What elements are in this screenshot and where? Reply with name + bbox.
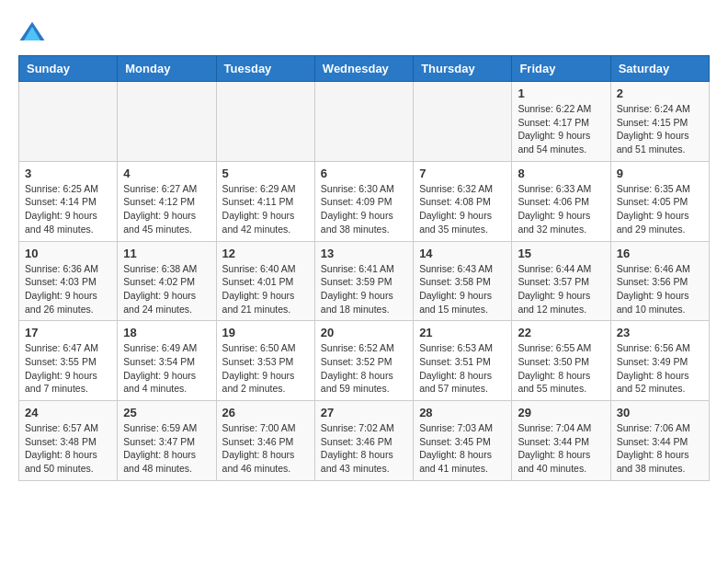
weekday-header-sunday: Sunday bbox=[19, 56, 118, 82]
day-number: 26 bbox=[222, 406, 309, 419]
header bbox=[18, 18, 710, 46]
calendar-cell: 1Sunrise: 6:22 AM Sunset: 4:17 PM Daylig… bbox=[512, 82, 610, 162]
logo bbox=[18, 18, 50, 46]
calendar-week-row: 17Sunrise: 6:47 AM Sunset: 3:55 PM Dayli… bbox=[19, 321, 710, 401]
weekday-header-saturday: Saturday bbox=[610, 56, 709, 82]
day-number: 28 bbox=[419, 406, 506, 419]
calendar-cell: 9Sunrise: 6:35 AM Sunset: 4:05 PM Daylig… bbox=[610, 161, 709, 241]
day-number: 22 bbox=[518, 326, 604, 339]
day-number: 11 bbox=[123, 247, 210, 260]
calendar-week-row: 24Sunrise: 6:57 AM Sunset: 3:48 PM Dayli… bbox=[19, 401, 710, 481]
day-number: 14 bbox=[419, 247, 506, 260]
day-info: Sunrise: 6:24 AM Sunset: 4:15 PM Dayligh… bbox=[617, 102, 703, 156]
day-info: Sunrise: 6:47 AM Sunset: 3:55 PM Dayligh… bbox=[25, 341, 111, 396]
calendar-cell: 24Sunrise: 6:57 AM Sunset: 3:48 PM Dayli… bbox=[19, 401, 118, 481]
day-number: 10 bbox=[25, 247, 111, 260]
day-number: 4 bbox=[123, 167, 210, 180]
day-info: Sunrise: 6:38 AM Sunset: 4:02 PM Dayligh… bbox=[123, 262, 210, 316]
calendar-week-row: 3Sunrise: 6:25 AM Sunset: 4:14 PM Daylig… bbox=[19, 161, 710, 241]
day-info: Sunrise: 6:53 AM Sunset: 3:51 PM Dayligh… bbox=[419, 341, 506, 396]
day-info: Sunrise: 6:27 AM Sunset: 4:12 PM Dayligh… bbox=[123, 182, 210, 236]
day-number: 19 bbox=[222, 326, 309, 339]
day-info: Sunrise: 6:41 AM Sunset: 3:59 PM Dayligh… bbox=[321, 262, 407, 316]
calendar-cell: 11Sunrise: 6:38 AM Sunset: 4:02 PM Dayli… bbox=[118, 241, 216, 321]
calendar-cell: 4Sunrise: 6:27 AM Sunset: 4:12 PM Daylig… bbox=[118, 161, 216, 241]
weekday-header-tuesday: Tuesday bbox=[216, 56, 314, 82]
calendar-cell: 29Sunrise: 7:04 AM Sunset: 3:44 PM Dayli… bbox=[512, 401, 610, 481]
calendar-table: SundayMondayTuesdayWednesdayThursdayFrid… bbox=[18, 55, 710, 481]
day-info: Sunrise: 6:49 AM Sunset: 3:54 PM Dayligh… bbox=[123, 341, 210, 396]
calendar-cell: 5Sunrise: 6:29 AM Sunset: 4:11 PM Daylig… bbox=[216, 161, 314, 241]
day-number: 18 bbox=[123, 326, 210, 339]
day-number: 7 bbox=[419, 167, 506, 180]
calendar-cell: 27Sunrise: 7:02 AM Sunset: 3:46 PM Dayli… bbox=[314, 401, 413, 481]
day-number: 23 bbox=[617, 326, 703, 339]
calendar-cell: 23Sunrise: 6:56 AM Sunset: 3:49 PM Dayli… bbox=[610, 321, 709, 401]
calendar-cell bbox=[19, 82, 118, 162]
day-number: 20 bbox=[321, 326, 407, 339]
calendar-cell: 8Sunrise: 6:33 AM Sunset: 4:06 PM Daylig… bbox=[512, 161, 610, 241]
calendar-cell bbox=[118, 82, 216, 162]
calendar-cell: 17Sunrise: 6:47 AM Sunset: 3:55 PM Dayli… bbox=[19, 321, 118, 401]
day-info: Sunrise: 7:03 AM Sunset: 3:45 PM Dayligh… bbox=[419, 421, 506, 476]
calendar-cell: 15Sunrise: 6:44 AM Sunset: 3:57 PM Dayli… bbox=[512, 241, 610, 321]
day-number: 6 bbox=[321, 167, 407, 180]
day-info: Sunrise: 6:56 AM Sunset: 3:49 PM Dayligh… bbox=[617, 341, 703, 396]
day-info: Sunrise: 6:59 AM Sunset: 3:47 PM Dayligh… bbox=[123, 421, 210, 476]
day-info: Sunrise: 6:33 AM Sunset: 4:06 PM Dayligh… bbox=[518, 182, 604, 236]
calendar-cell: 3Sunrise: 6:25 AM Sunset: 4:14 PM Daylig… bbox=[19, 161, 118, 241]
day-info: Sunrise: 6:57 AM Sunset: 3:48 PM Dayligh… bbox=[25, 421, 111, 476]
calendar-body: 1Sunrise: 6:22 AM Sunset: 4:17 PM Daylig… bbox=[19, 82, 710, 481]
calendar-cell: 22Sunrise: 6:55 AM Sunset: 3:50 PM Dayli… bbox=[512, 321, 610, 401]
calendar-cell: 10Sunrise: 6:36 AM Sunset: 4:03 PM Dayli… bbox=[19, 241, 118, 321]
day-info: Sunrise: 6:32 AM Sunset: 4:08 PM Dayligh… bbox=[419, 182, 506, 236]
calendar-cell: 20Sunrise: 6:52 AM Sunset: 3:52 PM Dayli… bbox=[314, 321, 413, 401]
day-info: Sunrise: 6:22 AM Sunset: 4:17 PM Dayligh… bbox=[518, 102, 604, 156]
calendar-cell: 30Sunrise: 7:06 AM Sunset: 3:44 PM Dayli… bbox=[610, 401, 709, 481]
calendar-cell: 14Sunrise: 6:43 AM Sunset: 3:58 PM Dayli… bbox=[414, 241, 512, 321]
day-info: Sunrise: 6:52 AM Sunset: 3:52 PM Dayligh… bbox=[321, 341, 407, 396]
day-info: Sunrise: 6:55 AM Sunset: 3:50 PM Dayligh… bbox=[518, 341, 604, 396]
day-number: 9 bbox=[617, 167, 703, 180]
weekday-header-row: SundayMondayTuesdayWednesdayThursdayFrid… bbox=[19, 56, 710, 82]
day-number: 8 bbox=[518, 167, 604, 180]
day-info: Sunrise: 6:29 AM Sunset: 4:11 PM Dayligh… bbox=[222, 182, 309, 236]
calendar-cell: 16Sunrise: 6:46 AM Sunset: 3:56 PM Dayli… bbox=[610, 241, 709, 321]
day-number: 29 bbox=[518, 406, 604, 419]
day-info: Sunrise: 6:46 AM Sunset: 3:56 PM Dayligh… bbox=[617, 262, 703, 316]
day-number: 2 bbox=[617, 86, 703, 100]
weekday-header-wednesday: Wednesday bbox=[314, 56, 413, 82]
calendar-week-row: 1Sunrise: 6:22 AM Sunset: 4:17 PM Daylig… bbox=[19, 82, 710, 162]
day-info: Sunrise: 6:25 AM Sunset: 4:14 PM Dayligh… bbox=[25, 182, 111, 236]
day-number: 3 bbox=[25, 167, 111, 180]
day-info: Sunrise: 7:04 AM Sunset: 3:44 PM Dayligh… bbox=[518, 421, 604, 476]
calendar-cell: 25Sunrise: 6:59 AM Sunset: 3:47 PM Dayli… bbox=[118, 401, 216, 481]
day-number: 24 bbox=[25, 406, 111, 419]
day-number: 1 bbox=[518, 86, 604, 100]
calendar-cell: 26Sunrise: 7:00 AM Sunset: 3:46 PM Dayli… bbox=[216, 401, 314, 481]
day-info: Sunrise: 6:50 AM Sunset: 3:53 PM Dayligh… bbox=[222, 341, 309, 396]
calendar-header: SundayMondayTuesdayWednesdayThursdayFrid… bbox=[19, 56, 710, 82]
day-info: Sunrise: 6:30 AM Sunset: 4:09 PM Dayligh… bbox=[321, 182, 407, 236]
calendar-cell: 12Sunrise: 6:40 AM Sunset: 4:01 PM Dayli… bbox=[216, 241, 314, 321]
calendar-cell: 18Sunrise: 6:49 AM Sunset: 3:54 PM Dayli… bbox=[118, 321, 216, 401]
day-number: 15 bbox=[518, 247, 604, 260]
logo-icon bbox=[18, 18, 46, 46]
calendar-cell bbox=[414, 82, 512, 162]
day-number: 21 bbox=[419, 326, 506, 339]
day-info: Sunrise: 7:00 AM Sunset: 3:46 PM Dayligh… bbox=[222, 421, 309, 476]
day-number: 5 bbox=[222, 167, 309, 180]
weekday-header-friday: Friday bbox=[512, 56, 610, 82]
calendar-week-row: 10Sunrise: 6:36 AM Sunset: 4:03 PM Dayli… bbox=[19, 241, 710, 321]
day-info: Sunrise: 6:43 AM Sunset: 3:58 PM Dayligh… bbox=[419, 262, 506, 316]
calendar-cell: 21Sunrise: 6:53 AM Sunset: 3:51 PM Dayli… bbox=[414, 321, 512, 401]
day-number: 25 bbox=[123, 406, 210, 419]
calendar-cell: 7Sunrise: 6:32 AM Sunset: 4:08 PM Daylig… bbox=[414, 161, 512, 241]
calendar-cell bbox=[216, 82, 314, 162]
weekday-header-thursday: Thursday bbox=[414, 56, 512, 82]
calendar-cell: 6Sunrise: 6:30 AM Sunset: 4:09 PM Daylig… bbox=[314, 161, 413, 241]
calendar-cell bbox=[314, 82, 413, 162]
day-info: Sunrise: 6:35 AM Sunset: 4:05 PM Dayligh… bbox=[617, 182, 703, 236]
day-info: Sunrise: 7:06 AM Sunset: 3:44 PM Dayligh… bbox=[617, 421, 703, 476]
day-number: 17 bbox=[25, 326, 111, 339]
